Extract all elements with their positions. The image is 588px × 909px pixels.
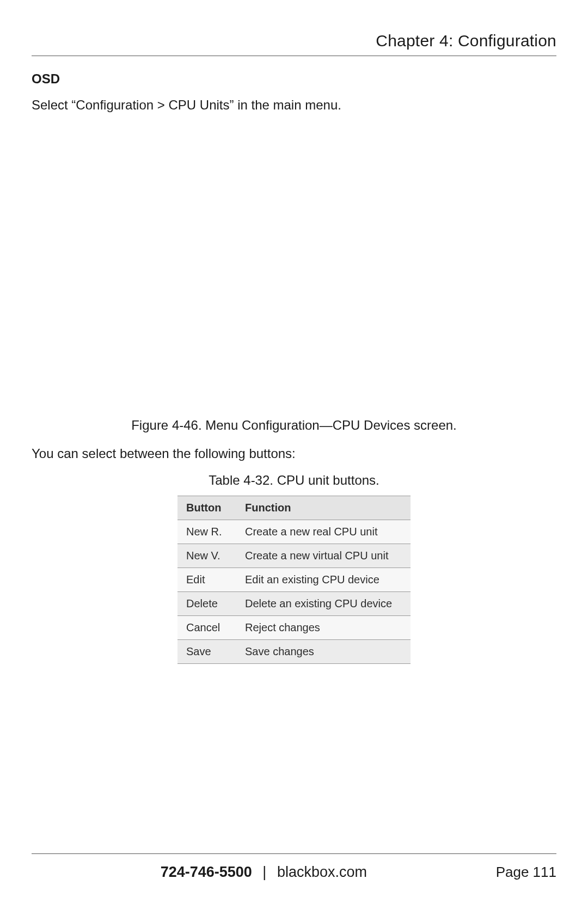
- footer-phone: 724-746-5500: [161, 864, 252, 880]
- table-caption: Table 4-32. CPU unit buttons.: [32, 473, 556, 488]
- buttons-intro-text: You can select between the following but…: [32, 445, 556, 462]
- figure-caption: Figure 4-46. Menu Configuration—CPU Devi…: [32, 418, 556, 433]
- cell-button: Save: [177, 639, 236, 663]
- table-header-row: Button Function: [177, 496, 411, 520]
- col-header-button: Button: [177, 496, 236, 520]
- cell-button: Edit: [177, 568, 236, 591]
- cell-function: Create a new real CPU unit: [236, 520, 411, 544]
- cell-button: New V.: [177, 544, 236, 568]
- footer-page-number: Page 111: [496, 864, 556, 881]
- footer-site: blackbox.com: [277, 864, 367, 880]
- cell-function: Create a new virtual CPU unit: [236, 544, 411, 568]
- cell-function: Delete an existing CPU device: [236, 591, 411, 615]
- figure-placeholder: [32, 124, 556, 418]
- footer-contact: 724-746-5500 | blackbox.com: [32, 864, 496, 881]
- table-row: Save Save changes: [177, 639, 411, 663]
- intro-text: Select “Configuration > CPU Units” in th…: [32, 96, 556, 114]
- table-row: Delete Delete an existing CPU device: [177, 591, 411, 615]
- chapter-title: Chapter 4: Configuration: [32, 32, 556, 50]
- page-header: Chapter 4: Configuration: [32, 32, 556, 56]
- document-page: Chapter 4: Configuration OSD Select “Con…: [0, 0, 588, 909]
- table-row: Cancel Reject changes: [177, 615, 411, 639]
- cell-button: Delete: [177, 591, 236, 615]
- table-row: New V. Create a new virtual CPU unit: [177, 544, 411, 568]
- col-header-function: Function: [236, 496, 411, 520]
- table-row: New R. Create a new real CPU unit: [177, 520, 411, 544]
- cell-function: Save changes: [236, 639, 411, 663]
- table-row: Edit Edit an existing CPU device: [177, 568, 411, 591]
- cell-function: Reject changes: [236, 615, 411, 639]
- page-footer: 724-746-5500 | blackbox.com Page 111: [32, 853, 556, 881]
- footer-separator: |: [262, 864, 266, 880]
- cpu-buttons-table: Button Function New R. Create a new real…: [177, 496, 411, 664]
- cell-button: Cancel: [177, 615, 236, 639]
- section-heading-osd: OSD: [32, 71, 556, 87]
- cell-button: New R.: [177, 520, 236, 544]
- table-wrapper: Button Function New R. Create a new real…: [32, 496, 556, 664]
- cell-function: Edit an existing CPU device: [236, 568, 411, 591]
